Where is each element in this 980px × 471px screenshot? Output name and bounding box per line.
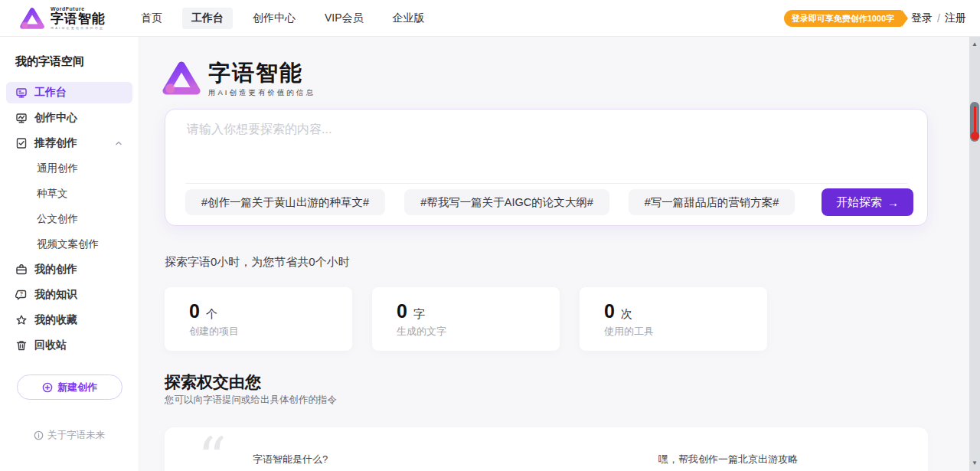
quote-icon: “ (198, 421, 227, 471)
header-brand-logo[interactable]: WordFuture 字语智能 用AI创造更有价值的信息 (20, 6, 106, 30)
thermometer-scroll-thumb[interactable] (970, 102, 979, 142)
doc-check-icon (15, 137, 28, 149)
suggestion-chip-dessert[interactable]: #写一篇甜品店的营销方案# (629, 189, 795, 215)
sidebar-item-label: 推荐创作 (34, 136, 77, 150)
scroll-up-icon[interactable]: ▲ (969, 41, 980, 47)
search-divider (185, 183, 907, 184)
sidebar-item-recommended[interactable]: 推荐创作 (6, 132, 132, 154)
brand-triangle-icon (20, 7, 44, 30)
example-prompts-card: “ 字语智能是什么? 嘿，帮我创作一篇北京出游攻略 (165, 427, 928, 471)
hero-triangle-icon (162, 60, 201, 100)
hero-brand: 字语智能 用AI创造更有价值的信息 (162, 60, 315, 100)
section-subtitle: 您可以向字语提问或给出具体创作的指令 (165, 394, 337, 407)
sidebar-title: 我的字语空间 (0, 37, 139, 78)
sidebar-item-my-knowledge[interactable]: ? 我的知识 (6, 284, 132, 306)
sidebar-item-label: 我的创作 (34, 263, 77, 276)
stat-label: 生成的文字 (397, 325, 535, 339)
example-prompt-left[interactable]: 字语智能是什么? (253, 453, 328, 466)
about-link[interactable]: 关于字语未来 (0, 429, 139, 442)
app-window: WordFuture 字语智能 用AI创造更有价值的信息 首页 工作台 创作中心… (0, 0, 980, 471)
search-card: #创作一篇关于黄山出游的种草文# #帮我写一篇关于AIGC的论文大纲# #写一篇… (165, 109, 928, 226)
hero-brand-name: 字语智能 (208, 61, 315, 86)
brand-superscript: WordFuture (51, 6, 106, 11)
sidebar-item-my-creations[interactable]: 我的创作 (6, 259, 132, 280)
sidebar-item-label: 我的知识 (34, 288, 77, 302)
arrow-right-icon: → (887, 196, 899, 209)
about-label: 关于字语未来 (47, 429, 105, 442)
section-title: 探索权交由您 (165, 371, 261, 393)
stat-card-projects: 0 个 创建的项目 (165, 287, 352, 351)
sidebar-item-label: 工作台 (34, 86, 67, 100)
plus-circle-icon (42, 382, 53, 393)
login-link[interactable]: 登录 (911, 11, 933, 25)
new-creation-button[interactable]: 新建创作 (17, 375, 122, 400)
chevron-up-icon[interactable] (114, 139, 123, 148)
nav-item-enterprise[interactable]: 企业版 (384, 8, 434, 29)
sidebar-subitem-seeding[interactable]: 种草文 (0, 183, 139, 204)
brand-tagline: 用AI创造更有价值的信息 (51, 27, 106, 30)
scroll-down-icon[interactable]: ▼ (969, 460, 980, 466)
sidebar-subitem-video-copy[interactable]: 视频文案创作 (0, 234, 139, 255)
hero-brand-tagline: 用AI创造更有价值的信息 (208, 88, 315, 98)
info-circle-icon (34, 430, 44, 440)
nav-item-workbench[interactable]: 工作台 (182, 8, 233, 29)
stats-headline: 探索字语0小时，为您节省共0个小时 (165, 255, 350, 270)
sidebar-item-label: 创作中心 (34, 111, 77, 125)
login-promo-badge[interactable]: 登录即可享免费创作1000字 (784, 10, 902, 27)
stat-card-words: 0 字 生成的文字 (372, 287, 560, 351)
sidebar-subitem-general[interactable]: 通用创作 (0, 158, 139, 179)
brand-name: 字语智能 (51, 12, 106, 25)
suggestion-chip-huangshan[interactable]: #创作一篇关于黄山出游的种草文# (185, 189, 385, 215)
trash-icon (15, 339, 28, 352)
stat-value: 0 (397, 300, 407, 322)
sidebar-item-label: 回收站 (34, 339, 67, 352)
stat-unit: 次 (621, 307, 632, 322)
sidebar-item-recycle-bin[interactable]: 回收站 (6, 335, 132, 356)
sidebar-subitem-official[interactable]: 公文创作 (0, 208, 139, 230)
sidebar-item-workbench[interactable]: 工作台 (6, 82, 132, 103)
scrollbar[interactable]: ▲ ▼ (969, 37, 980, 471)
monitor-chart-icon (15, 112, 28, 124)
stat-card-tools: 0 次 使用的工具 (580, 287, 767, 351)
stat-label: 使用的工具 (604, 325, 743, 339)
top-nav-menu: 首页 工作台 创作中心 VIP会员 企业版 (132, 8, 434, 29)
sidebar-item-favorites[interactable]: 我的收藏 (6, 309, 132, 331)
top-navbar: WordFuture 字语智能 用AI创造更有价值的信息 首页 工作台 创作中心… (0, 0, 980, 37)
sidebar-item-label: 我的收藏 (34, 313, 77, 327)
star-icon (15, 314, 28, 326)
svg-text:?: ? (20, 291, 23, 296)
start-explore-label: 开始探索 (836, 195, 882, 210)
briefcase-icon (15, 263, 28, 276)
nav-item-home[interactable]: 首页 (132, 8, 172, 29)
nav-item-creation-center[interactable]: 创作中心 (243, 8, 305, 29)
sidebar-item-creation-center[interactable]: 创作中心 (6, 107, 132, 129)
search-input[interactable] (187, 122, 899, 177)
stat-value: 0 (604, 300, 615, 322)
example-prompt-right[interactable]: 嘿，帮我创作一篇北京出游攻略 (658, 453, 798, 466)
monitor-icon (15, 87, 28, 99)
stat-unit: 个 (206, 307, 217, 322)
stat-unit: 字 (413, 307, 425, 322)
start-explore-button[interactable]: 开始探索 → (822, 188, 913, 216)
new-creation-label: 新建创作 (57, 381, 97, 394)
suggestion-chip-aigc[interactable]: #帮我写一篇关于AIGC的论文大纲# (404, 189, 609, 215)
main-content: 字语智能 用AI创造更有价值的信息 #创作一篇关于黄山出游的种草文# #帮我写一… (139, 37, 980, 471)
left-sidebar: 我的字语空间 工作台 创作中心 推荐创作 通用创作 种草文 公文创作 视频文案创 (0, 37, 139, 471)
chat-question-icon: ? (15, 289, 28, 301)
stat-label: 创建的项目 (189, 325, 328, 339)
stat-value: 0 (189, 300, 200, 322)
register-link[interactable]: 注册 (945, 11, 966, 25)
auth-separator: / (937, 12, 940, 25)
nav-item-vip[interactable]: VIP会员 (315, 8, 373, 29)
